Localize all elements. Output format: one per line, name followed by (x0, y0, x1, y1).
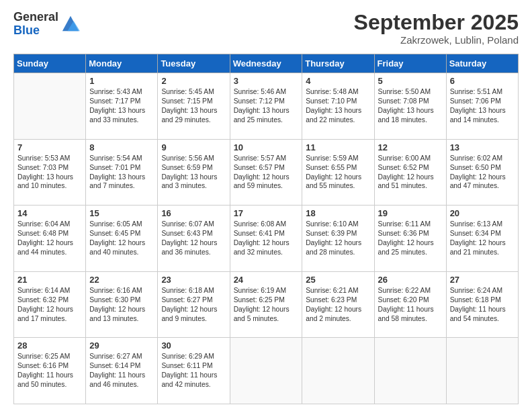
calendar-table: SundayMondayTuesdayWednesdayThursdayFrid… (13, 54, 519, 404)
day-cell: 25Sunrise: 6:21 AM Sunset: 6:23 PM Dayli… (302, 271, 374, 338)
day-info: Sunrise: 5:59 AM Sunset: 6:55 PM Dayligh… (306, 154, 370, 191)
day-cell: 7Sunrise: 5:53 AM Sunset: 7:03 PM Daylig… (14, 139, 86, 205)
day-number: 11 (306, 142, 370, 152)
day-cell: 9Sunrise: 5:56 AM Sunset: 6:59 PM Daylig… (158, 139, 230, 205)
day-number: 21 (17, 275, 82, 285)
day-cell: 24Sunrise: 6:19 AM Sunset: 6:25 PM Dayli… (230, 271, 302, 338)
day-info: Sunrise: 5:50 AM Sunset: 7:08 PM Dayligh… (378, 87, 443, 125)
day-info: Sunrise: 6:02 AM Sunset: 6:50 PM Dayligh… (450, 154, 515, 191)
day-cell: 8Sunrise: 5:54 AM Sunset: 7:01 PM Daylig… (86, 139, 158, 205)
day-number: 14 (17, 208, 82, 218)
main-container: General Blue September 2025 Zakrzowek, L… (0, 0, 532, 411)
day-info: Sunrise: 6:29 AM Sunset: 6:11 PM Dayligh… (161, 352, 226, 390)
day-cell: 5Sunrise: 5:50 AM Sunset: 7:08 PM Daylig… (374, 73, 446, 140)
header-cell-wednesday: Wednesday (230, 54, 302, 73)
day-cell: 29Sunrise: 6:27 AM Sunset: 6:14 PM Dayli… (86, 338, 158, 404)
day-number: 13 (450, 142, 515, 152)
day-cell: 27Sunrise: 6:24 AM Sunset: 6:18 PM Dayli… (446, 271, 518, 338)
subtitle: Zakrzowek, Lublin, Poland (354, 34, 519, 46)
day-info: Sunrise: 6:24 AM Sunset: 6:18 PM Dayligh… (450, 286, 515, 324)
month-title: September 2025 (354, 11, 519, 34)
day-cell (230, 338, 302, 404)
day-number: 22 (89, 275, 154, 285)
day-cell (302, 338, 374, 404)
day-cell (14, 73, 86, 140)
day-number: 4 (306, 76, 370, 86)
day-info: Sunrise: 6:25 AM Sunset: 6:16 PM Dayligh… (17, 352, 82, 390)
header: General Blue September 2025 Zakrzowek, L… (13, 11, 519, 46)
day-cell: 17Sunrise: 6:08 AM Sunset: 6:41 PM Dayli… (230, 205, 302, 272)
day-number: 27 (450, 275, 515, 285)
day-number: 20 (450, 208, 515, 218)
day-cell: 12Sunrise: 6:00 AM Sunset: 6:52 PM Dayli… (374, 139, 446, 205)
day-cell: 30Sunrise: 6:29 AM Sunset: 6:11 PM Dayli… (158, 338, 230, 404)
day-cell: 21Sunrise: 6:14 AM Sunset: 6:32 PM Dayli… (14, 271, 86, 338)
week-row-2: 7Sunrise: 5:53 AM Sunset: 7:03 PM Daylig… (14, 139, 519, 205)
day-info: Sunrise: 6:07 AM Sunset: 6:43 PM Dayligh… (161, 220, 226, 257)
day-number: 12 (378, 142, 443, 152)
day-cell: 13Sunrise: 6:02 AM Sunset: 6:50 PM Dayli… (446, 139, 518, 205)
day-info: Sunrise: 6:27 AM Sunset: 6:14 PM Dayligh… (89, 352, 154, 390)
day-cell: 18Sunrise: 6:10 AM Sunset: 6:39 PM Dayli… (302, 205, 374, 272)
day-info: Sunrise: 5:43 AM Sunset: 7:17 PM Dayligh… (89, 87, 154, 125)
day-number: 7 (17, 142, 82, 152)
calendar-header: SundayMondayTuesdayWednesdayThursdayFrid… (14, 54, 519, 73)
day-cell: 11Sunrise: 5:59 AM Sunset: 6:55 PM Dayli… (302, 139, 374, 205)
day-number: 15 (89, 208, 154, 218)
day-number: 1 (89, 76, 154, 86)
day-number: 17 (234, 208, 299, 218)
day-cell: 2Sunrise: 5:45 AM Sunset: 7:15 PM Daylig… (158, 73, 230, 140)
day-info: Sunrise: 5:57 AM Sunset: 6:57 PM Dayligh… (234, 154, 299, 191)
day-number: 26 (378, 275, 443, 285)
day-info: Sunrise: 6:13 AM Sunset: 6:34 PM Dayligh… (450, 220, 515, 257)
day-number: 19 (378, 208, 443, 218)
day-cell: 23Sunrise: 6:18 AM Sunset: 6:27 PM Dayli… (158, 271, 230, 338)
header-cell-thursday: Thursday (302, 54, 374, 73)
day-info: Sunrise: 6:14 AM Sunset: 6:32 PM Dayligh… (17, 286, 82, 324)
day-info: Sunrise: 6:22 AM Sunset: 6:20 PM Dayligh… (378, 286, 443, 324)
day-cell: 4Sunrise: 5:48 AM Sunset: 7:10 PM Daylig… (302, 73, 374, 140)
day-number: 2 (161, 76, 226, 86)
week-row-1: 1Sunrise: 5:43 AM Sunset: 7:17 PM Daylig… (14, 73, 519, 140)
day-info: Sunrise: 6:18 AM Sunset: 6:27 PM Dayligh… (161, 286, 226, 324)
day-number: 16 (161, 208, 226, 218)
day-number: 23 (161, 275, 226, 285)
week-row-5: 28Sunrise: 6:25 AM Sunset: 6:16 PM Dayli… (14, 338, 519, 404)
header-cell-sunday: Sunday (14, 54, 86, 73)
header-cell-saturday: Saturday (446, 54, 518, 73)
day-number: 28 (17, 340, 82, 351)
header-cell-friday: Friday (374, 54, 446, 73)
day-number: 5 (378, 76, 443, 86)
day-cell: 16Sunrise: 6:07 AM Sunset: 6:43 PM Dayli… (158, 205, 230, 272)
day-info: Sunrise: 6:00 AM Sunset: 6:52 PM Dayligh… (378, 154, 443, 191)
week-row-4: 21Sunrise: 6:14 AM Sunset: 6:32 PM Dayli… (14, 271, 519, 338)
day-cell (446, 338, 518, 404)
day-info: Sunrise: 6:05 AM Sunset: 6:45 PM Dayligh… (89, 220, 154, 257)
day-info: Sunrise: 6:04 AM Sunset: 6:48 PM Dayligh… (17, 220, 82, 257)
day-info: Sunrise: 6:19 AM Sunset: 6:25 PM Dayligh… (234, 286, 299, 324)
day-info: Sunrise: 6:16 AM Sunset: 6:30 PM Dayligh… (89, 286, 154, 324)
day-info: Sunrise: 5:53 AM Sunset: 7:03 PM Dayligh… (17, 154, 82, 191)
day-cell: 15Sunrise: 6:05 AM Sunset: 6:45 PM Dayli… (86, 205, 158, 272)
day-cell (374, 338, 446, 404)
day-number: 24 (234, 275, 299, 285)
day-info: Sunrise: 6:10 AM Sunset: 6:39 PM Dayligh… (306, 220, 370, 257)
day-cell: 28Sunrise: 6:25 AM Sunset: 6:16 PM Dayli… (14, 338, 86, 404)
day-cell: 22Sunrise: 6:16 AM Sunset: 6:30 PM Dayli… (86, 271, 158, 338)
calendar-body: 1Sunrise: 5:43 AM Sunset: 7:17 PM Daylig… (14, 73, 519, 404)
day-number: 30 (161, 340, 226, 351)
day-cell: 3Sunrise: 5:46 AM Sunset: 7:12 PM Daylig… (230, 73, 302, 140)
week-row-3: 14Sunrise: 6:04 AM Sunset: 6:48 PM Dayli… (14, 205, 519, 272)
day-number: 18 (306, 208, 370, 218)
day-info: Sunrise: 5:56 AM Sunset: 6:59 PM Dayligh… (161, 154, 226, 191)
logo-general: General (13, 11, 58, 24)
day-number: 25 (306, 275, 370, 285)
day-info: Sunrise: 5:48 AM Sunset: 7:10 PM Dayligh… (306, 87, 370, 125)
day-cell: 10Sunrise: 5:57 AM Sunset: 6:57 PM Dayli… (230, 139, 302, 205)
day-info: Sunrise: 6:08 AM Sunset: 6:41 PM Dayligh… (234, 220, 299, 257)
header-cell-monday: Monday (86, 54, 158, 73)
header-cell-tuesday: Tuesday (158, 54, 230, 73)
day-number: 10 (234, 142, 299, 152)
day-number: 3 (234, 76, 299, 86)
day-number: 8 (89, 142, 154, 152)
